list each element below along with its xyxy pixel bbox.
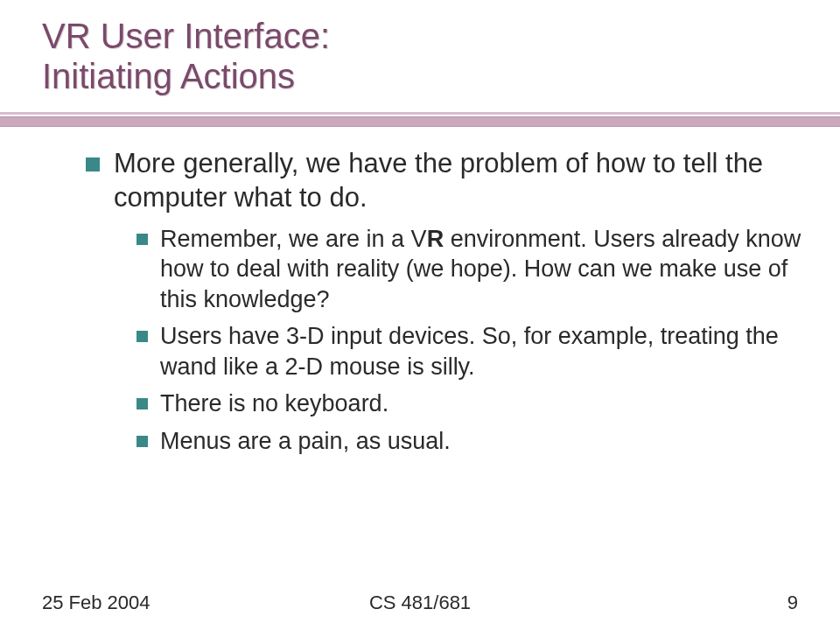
list-item: Remember, we are in a VR environment. Us…	[136, 224, 805, 315]
divider-thin	[0, 112, 840, 115]
sub-list: Remember, we are in a VR environment. Us…	[136, 224, 805, 457]
footer-course: CS 481/681	[369, 592, 471, 614]
bullet-text: More generally, we have the problem of h…	[114, 147, 805, 215]
slide-body: More generally, we have the problem of h…	[86, 147, 805, 463]
slide-title: VR User Interface: Initiating Actions	[0, 0, 840, 96]
divider-thick	[0, 116, 840, 127]
bullet-text: There is no keyboard.	[160, 388, 388, 419]
square-bullet-icon	[136, 398, 148, 410]
bullet-text: Remember, we are in a VR environment. Us…	[160, 224, 805, 315]
bullet-text: Menus are a pain, as usual.	[160, 426, 451, 457]
list-item: Menus are a pain, as usual.	[136, 426, 805, 457]
divider-stripe	[0, 112, 840, 127]
square-bullet-icon	[136, 331, 148, 342]
list-item: Users have 3-D input devices. So, for ex…	[136, 321, 805, 382]
title-line-2: Initiating Actions	[42, 56, 840, 96]
square-bullet-icon	[136, 436, 148, 447]
square-bullet-icon	[136, 234, 148, 245]
footer-date: 25 Feb 2004	[42, 592, 150, 614]
title-line-1: VR User Interface:	[42, 16, 840, 56]
slide-footer: 25 Feb 2004 CS 481/681 9	[0, 592, 840, 614]
list-item: More generally, we have the problem of h…	[86, 147, 805, 215]
list-item: There is no keyboard.	[136, 388, 805, 419]
square-bullet-icon	[86, 158, 100, 172]
bullet-text: Users have 3-D input devices. So, for ex…	[160, 321, 805, 382]
slide: VR User Interface: Initiating Actions Mo…	[0, 0, 840, 630]
footer-page-number: 9	[788, 592, 798, 614]
